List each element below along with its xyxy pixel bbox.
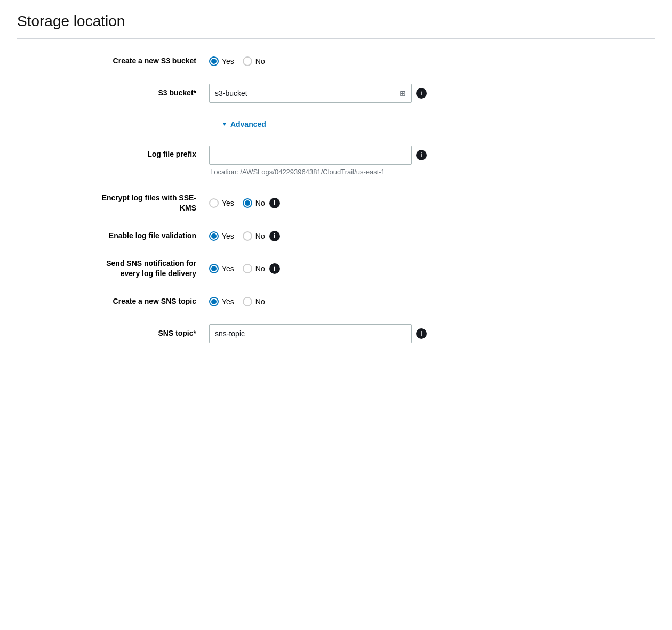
sns-notify-no-radio[interactable] bbox=[243, 264, 252, 273]
advanced-label: Advanced bbox=[230, 120, 266, 128]
create-s3-bucket-no-option[interactable]: No bbox=[243, 56, 265, 66]
sns-notify-yes-label: Yes bbox=[222, 264, 234, 273]
encrypt-log-files-controls: Yes No i bbox=[209, 198, 518, 208]
create-s3-bucket-radio-group: Yes No bbox=[209, 56, 265, 66]
create-sns-topic-controls: Yes No bbox=[209, 297, 518, 306]
sns-notify-no-option[interactable]: No bbox=[243, 264, 265, 273]
create-sns-topic-yes-label: Yes bbox=[222, 297, 234, 306]
log-file-prefix-hint: Location: /AWSLogs/042293964381/CloudTra… bbox=[210, 168, 427, 176]
log-file-prefix-input-wrapper bbox=[209, 146, 412, 165]
enable-validation-yes-radio[interactable] bbox=[209, 231, 219, 241]
create-s3-bucket-row: Create a new S3 bucket Yes No bbox=[38, 56, 518, 67]
s3-bucket-info-icon[interactable]: i bbox=[416, 88, 427, 99]
page-container: Storage location Create a new S3 bucket … bbox=[0, 0, 672, 373]
sns-topic-controls: i bbox=[209, 324, 518, 343]
encrypt-no-option[interactable]: No bbox=[243, 198, 265, 208]
create-s3-bucket-no-label: No bbox=[255, 57, 265, 66]
enable-log-validation-controls: Yes No i bbox=[209, 231, 518, 241]
encrypt-log-files-radio-group: Yes No bbox=[209, 198, 265, 208]
enable-validation-yes-label: Yes bbox=[222, 232, 234, 240]
create-sns-topic-yes-option[interactable]: Yes bbox=[209, 297, 234, 306]
s3-bucket-input[interactable] bbox=[215, 89, 399, 98]
log-file-prefix-row: Log file prefix i Location: /AWSLogs/042… bbox=[38, 146, 518, 176]
log-file-prefix-label: Log file prefix bbox=[38, 146, 209, 158]
create-s3-bucket-no-radio[interactable] bbox=[243, 56, 252, 66]
create-sns-topic-yes-radio[interactable] bbox=[209, 297, 219, 306]
create-sns-topic-row: Create a new SNS topic Yes No bbox=[38, 296, 518, 307]
encrypt-yes-option[interactable]: Yes bbox=[209, 198, 234, 208]
encrypt-yes-radio[interactable] bbox=[209, 198, 219, 208]
send-sns-notification-row: Send SNS notification for every log file… bbox=[38, 259, 518, 279]
sns-topic-label: SNS topic* bbox=[38, 328, 209, 339]
create-s3-bucket-yes-label: Yes bbox=[222, 57, 234, 66]
sns-topic-info-icon[interactable]: i bbox=[416, 328, 427, 339]
sns-topic-input[interactable] bbox=[215, 329, 406, 338]
advanced-toggle[interactable]: ▼ Advanced bbox=[222, 120, 518, 128]
sns-notify-info-icon[interactable]: i bbox=[269, 263, 280, 274]
enable-validation-no-radio[interactable] bbox=[243, 231, 252, 241]
create-sns-topic-no-radio[interactable] bbox=[243, 297, 252, 306]
enable-validation-info-icon[interactable]: i bbox=[269, 231, 280, 241]
sns-topic-row: SNS topic* i bbox=[38, 324, 518, 343]
sns-notify-yes-option[interactable]: Yes bbox=[209, 264, 234, 273]
s3-bucket-controls: ⊞ i bbox=[209, 84, 518, 103]
send-sns-notification-label: Send SNS notification for every log file… bbox=[38, 259, 209, 279]
encrypt-log-files-row: Encrypt log files with SSE- KMS Yes No i bbox=[38, 193, 518, 214]
page-title: Storage location bbox=[17, 13, 655, 39]
s3-bucket-row: S3 bucket* ⊞ i bbox=[38, 84, 518, 103]
log-file-prefix-controls: i Location: /AWSLogs/042293964381/CloudT… bbox=[209, 146, 427, 176]
enable-log-validation-label: Enable log file validation bbox=[38, 231, 209, 241]
encrypt-yes-label: Yes bbox=[222, 199, 234, 207]
enable-validation-no-option[interactable]: No bbox=[243, 231, 265, 241]
create-sns-topic-radio-group: Yes No bbox=[209, 297, 265, 306]
encrypt-log-files-label: Encrypt log files with SSE- KMS bbox=[38, 193, 209, 214]
s3-bucket-input-wrapper: ⊞ bbox=[209, 84, 412, 103]
send-sns-notification-controls: Yes No i bbox=[209, 263, 518, 274]
form-section: Create a new S3 bucket Yes No S3 bucket* bbox=[38, 56, 518, 343]
create-sns-topic-no-option[interactable]: No bbox=[243, 297, 265, 306]
sns-notify-yes-radio[interactable] bbox=[209, 264, 219, 273]
chevron-down-icon: ▼ bbox=[222, 121, 227, 127]
log-file-prefix-input[interactable] bbox=[215, 151, 406, 159]
create-s3-bucket-yes-radio[interactable] bbox=[209, 56, 219, 66]
enable-log-validation-row: Enable log file validation Yes No i bbox=[38, 231, 518, 241]
enable-validation-yes-option[interactable]: Yes bbox=[209, 231, 234, 241]
log-file-prefix-input-row: i bbox=[209, 146, 427, 165]
enable-log-validation-radio-group: Yes No bbox=[209, 231, 265, 241]
send-sns-notification-radio-group: Yes No bbox=[209, 264, 265, 273]
s3-bucket-label: S3 bucket* bbox=[38, 88, 209, 99]
grid-icon: ⊞ bbox=[399, 89, 406, 98]
encrypt-no-radio[interactable] bbox=[243, 198, 252, 208]
create-s3-bucket-label: Create a new S3 bucket bbox=[38, 56, 209, 67]
log-file-prefix-info-icon[interactable]: i bbox=[416, 150, 427, 160]
encrypt-info-icon[interactable]: i bbox=[269, 198, 280, 208]
sns-topic-input-wrapper bbox=[209, 324, 412, 343]
create-s3-bucket-controls: Yes No bbox=[209, 56, 518, 66]
sns-notify-no-label: No bbox=[255, 264, 265, 273]
encrypt-no-label: No bbox=[255, 199, 265, 207]
create-sns-topic-label: Create a new SNS topic bbox=[38, 296, 209, 307]
enable-validation-no-label: No bbox=[255, 232, 265, 240]
create-sns-topic-no-label: No bbox=[255, 297, 265, 306]
create-s3-bucket-yes-option[interactable]: Yes bbox=[209, 56, 234, 66]
